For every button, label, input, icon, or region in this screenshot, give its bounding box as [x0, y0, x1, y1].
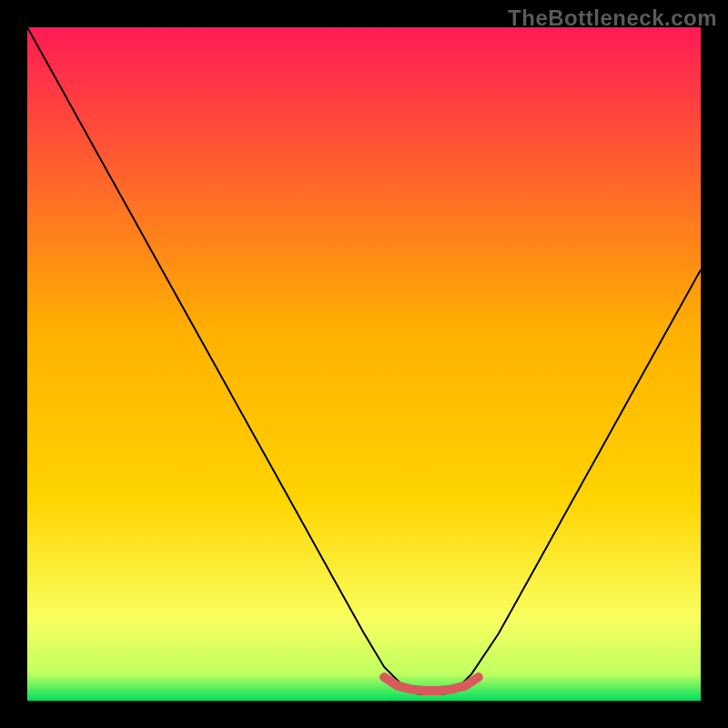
bottleneck-chart	[27, 27, 701, 701]
gradient-background	[27, 27, 701, 701]
watermark-text: TheBottleneck.com	[508, 5, 717, 31]
chart-frame	[27, 27, 701, 701]
